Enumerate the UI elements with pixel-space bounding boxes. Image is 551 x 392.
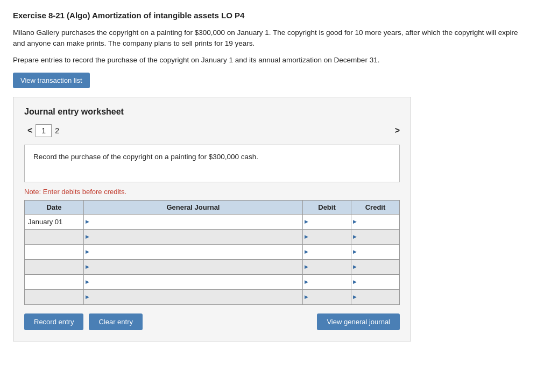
credit-cell[interactable] — [351, 214, 400, 229]
date-cell — [25, 259, 84, 274]
date-header: Date — [25, 200, 84, 214]
general-journal-cell[interactable] — [84, 274, 303, 289]
debit-cell[interactable] — [303, 274, 351, 289]
credit-cell[interactable] — [351, 244, 400, 259]
general-journal-cell[interactable] — [84, 259, 303, 274]
instruction-text: Record the purchase of the copyright on … — [33, 153, 258, 161]
credit-cell[interactable] — [351, 259, 400, 274]
note-text: Note: Enter debits before credits. — [24, 188, 400, 196]
general-journal-input-2[interactable] — [84, 230, 302, 244]
debit-input-2[interactable] — [303, 230, 351, 244]
tab-inactive[interactable]: 2 — [55, 126, 59, 135]
debit-input-4[interactable] — [303, 260, 351, 274]
debit-cell[interactable] — [303, 229, 351, 244]
table-row — [25, 244, 400, 259]
date-cell — [25, 274, 84, 289]
credit-cell[interactable] — [351, 289, 400, 304]
general-journal-header: General Journal — [84, 200, 303, 214]
debit-input-3[interactable] — [303, 245, 351, 259]
prepare-text: Prepare entries to record the purchase o… — [13, 56, 538, 64]
button-row: Record entry Clear entry View general jo… — [24, 313, 400, 330]
general-journal-input-1[interactable] — [84, 215, 302, 229]
debit-input-5[interactable] — [303, 275, 351, 289]
date-cell — [25, 244, 84, 259]
tab-active[interactable]: 1 — [36, 124, 52, 137]
general-journal-cell[interactable] — [84, 229, 303, 244]
debit-input-1[interactable] — [303, 215, 351, 229]
credit-input-3[interactable] — [351, 245, 399, 259]
general-journal-input-5[interactable] — [84, 275, 302, 289]
table-row — [25, 274, 400, 289]
date-value: January 01 — [28, 218, 62, 226]
debit-input-6[interactable] — [303, 290, 351, 304]
general-journal-cell[interactable] — [84, 214, 303, 229]
instruction-box: Record the purchase of the copyright on … — [24, 145, 400, 182]
general-journal-input-4[interactable] — [84, 260, 302, 274]
credit-input-6[interactable] — [351, 290, 399, 304]
table-row — [25, 289, 400, 304]
worksheet-container: Journal entry worksheet < 1 2 > Record t… — [13, 97, 411, 341]
credit-cell[interactable] — [351, 274, 400, 289]
page-title: Exercise 8-21 (Algo) Amortization of int… — [13, 11, 538, 20]
record-entry-button[interactable]: Record entry — [24, 313, 83, 330]
debit-header: Debit — [303, 200, 351, 214]
view-transaction-button[interactable]: View transaction list — [13, 73, 90, 88]
nav-left-button[interactable]: < — [24, 125, 36, 137]
credit-header: Credit — [351, 200, 400, 214]
date-cell — [25, 289, 84, 304]
credit-input-5[interactable] — [351, 275, 399, 289]
credit-input-2[interactable] — [351, 230, 399, 244]
nav-right-button[interactable]: > — [395, 126, 400, 136]
description-1: Milano Gallery purchases the copyright o… — [13, 27, 529, 49]
table-row: January 01 — [25, 214, 400, 229]
debit-cell[interactable] — [303, 214, 351, 229]
general-journal-input-3[interactable] — [84, 245, 302, 259]
credit-cell[interactable] — [351, 229, 400, 244]
clear-entry-button[interactable]: Clear entry — [89, 313, 143, 330]
journal-table: Date General Journal Debit Credit Januar… — [24, 200, 400, 305]
date-cell: January 01 — [25, 214, 84, 229]
credit-input-4[interactable] — [351, 260, 399, 274]
general-journal-cell[interactable] — [84, 244, 303, 259]
general-journal-input-6[interactable] — [84, 290, 302, 304]
debit-cell[interactable] — [303, 289, 351, 304]
debit-cell[interactable] — [303, 259, 351, 274]
nav-row: < 1 2 > — [24, 124, 400, 137]
worksheet-title: Journal entry worksheet — [24, 107, 400, 117]
view-general-journal-button[interactable]: View general journal — [317, 313, 400, 330]
table-row — [25, 229, 400, 244]
date-cell — [25, 229, 84, 244]
general-journal-cell[interactable] — [84, 289, 303, 304]
credit-input-1[interactable] — [351, 215, 399, 229]
table-row — [25, 259, 400, 274]
debit-cell[interactable] — [303, 244, 351, 259]
